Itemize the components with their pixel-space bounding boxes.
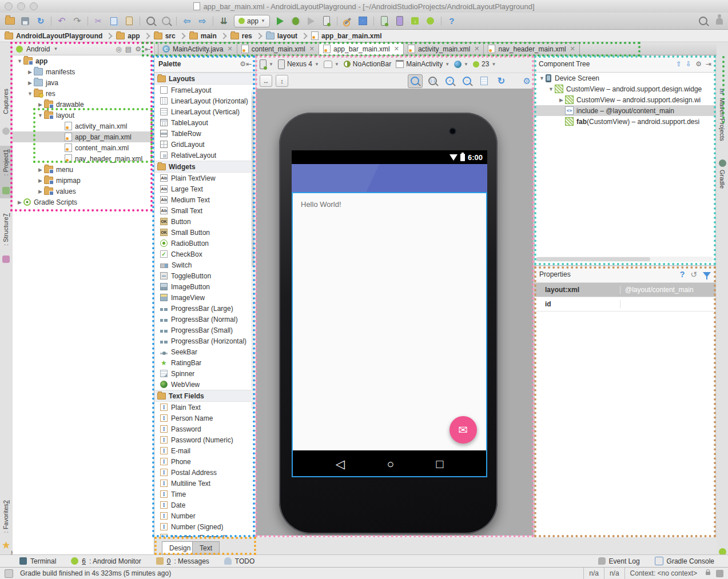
collapse-arrow-icon[interactable]: ▶ — [26, 69, 34, 75]
expand-arrow-icon[interactable]: ▼ — [37, 113, 44, 118]
avd-manager-button[interactable] — [379, 16, 389, 26]
zoom-in-button[interactable]: + — [443, 75, 457, 87]
tree-item-app-bar-main[interactable]: app_bar_main.xml — [13, 131, 154, 142]
run-button[interactable] — [275, 16, 285, 26]
collapse-arrow-icon[interactable]: ▶ — [558, 97, 565, 103]
tool-button-todo[interactable]: TODO — [224, 557, 254, 565]
device-select[interactable]: Nexus 4▼ — [278, 59, 319, 69]
locale-select[interactable]: ▼ — [454, 61, 468, 68]
tool-button-favorites[interactable]: : Favorites2 — [2, 500, 9, 533]
tab-mainactivity-java[interactable]: CMainActivity.java✕ — [158, 42, 237, 55]
theme-select[interactable]: NoActionBar — [344, 60, 391, 68]
tool-button-maven-projects[interactable]: Maven Projects — [719, 98, 726, 141]
sdk-manager-button[interactable]: ↓ — [410, 16, 420, 26]
palette-item-date[interactable]: Date — [154, 500, 256, 510]
hide-panel-icon[interactable]: ⇤ — [246, 60, 252, 68]
palette-item-progressbar-large[interactable]: ProgressBar (Large) — [154, 303, 256, 314]
palette-item-togglebutton[interactable]: ToggleButton — [154, 270, 256, 281]
tool-button-gradle-console[interactable]: Gradle Console — [655, 557, 714, 565]
tool-button-gradle[interactable]: Gradle — [719, 170, 726, 189]
tool-button-terminal[interactable]: Terminal — [19, 557, 56, 565]
palette-item-number[interactable]: Number — [154, 510, 256, 521]
tab-content-main-xml[interactable]: content_main.xml✕ — [237, 42, 319, 55]
palette-item-seekbar[interactable]: SeekBar — [154, 346, 256, 357]
run-configuration-select[interactable]: app ▼ — [234, 15, 270, 27]
preview-config-select[interactable]: ▼ — [260, 59, 273, 69]
back-nav-icon[interactable]: ◁ — [336, 457, 345, 471]
tree-item-layout[interactable]: ▼layout — [13, 110, 154, 121]
locate-icon[interactable]: ◎ — [116, 45, 121, 53]
gear-icon[interactable]: ⚙ — [240, 60, 246, 68]
help-icon[interactable]: ? — [680, 270, 685, 279]
toolwindow-toggle-icon[interactable] — [5, 569, 13, 578]
paste-button[interactable] — [124, 16, 134, 26]
zoom-to-fit-button[interactable] — [408, 74, 423, 88]
palette-item-small-button[interactable]: Small Button — [154, 227, 256, 238]
palette-section-text-fields[interactable]: Text Fields — [154, 390, 256, 402]
component-customview-inner[interactable]: ▶CustomView – android.support.design.wi — [535, 94, 715, 105]
palette-item-number-signed[interactable]: Number (Signed) — [154, 521, 256, 532]
user-button[interactable] — [714, 16, 725, 26]
collapse-all-icon[interactable]: ▤ — [125, 45, 132, 53]
home-nav-icon[interactable]: ○ — [387, 457, 394, 471]
component-device-screen[interactable]: ▼Device Screen — [535, 73, 715, 83]
palette-item-time[interactable]: Time — [154, 489, 256, 500]
activity-select[interactable]: MainActivity▼ — [396, 60, 449, 68]
collapse-arrow-icon[interactable]: ▶ — [37, 102, 44, 107]
palette-item-password-numeric[interactable]: Password (Numeric) — [154, 434, 256, 445]
palette-item-relativelayout[interactable]: RelativeLayout — [154, 150, 256, 161]
palette-item-webview[interactable]: WebView — [154, 379, 256, 390]
palette-item-linearlayout-horizontal[interactable]: LinearLayout (Horizontal) — [154, 95, 256, 106]
position-indicator[interactable]: n/a — [583, 568, 604, 579]
zoom-out-button[interactable]: − — [460, 75, 474, 87]
tree-item-app[interactable]: ▼app — [13, 55, 154, 66]
tree-item-values[interactable]: ▶values — [13, 186, 154, 197]
tree-item-activity-main[interactable]: activity_main.xml — [13, 121, 154, 131]
redo-button[interactable]: ↷ — [72, 16, 82, 26]
coverage-button[interactable] — [306, 16, 316, 26]
preview-file-button[interactable] — [478, 75, 491, 87]
tool-button-captures[interactable]: Captures — [2, 89, 9, 114]
sync-gradle-button[interactable] — [343, 16, 353, 26]
component-fab[interactable]: fab (CustomView) – android.support.desi — [535, 116, 715, 127]
palette-item-progressbar-horizontal[interactable]: ProgressBar (Horizontal) — [154, 336, 256, 346]
palette-item-postal-address[interactable]: Postal Address — [154, 467, 256, 478]
close-icon[interactable]: ✕ — [394, 45, 399, 53]
breadcrumb-item[interactable]: src — [154, 32, 176, 40]
breadcrumb-item[interactable]: AndroidLayoutPlayground — [5, 32, 102, 40]
tree-item-drawable[interactable]: ▶drawable — [13, 99, 154, 110]
help-button[interactable]: ? — [447, 16, 457, 26]
replace-button[interactable] — [161, 16, 171, 26]
tree-item-java[interactable]: ▶java — [13, 77, 154, 88]
close-icon[interactable]: ✕ — [227, 45, 232, 53]
collapse-arrow-icon[interactable]: ▶ — [37, 178, 44, 183]
tab-activity-main-xml[interactable]: activity_main.xml✕ — [403, 42, 484, 55]
tree-item-res[interactable]: ▼res — [13, 88, 154, 99]
find-button[interactable] — [145, 16, 156, 26]
tool-button-messages[interactable]: 0: Messages — [156, 557, 209, 565]
palette-item-radiobutton[interactable]: RadioButton — [154, 238, 256, 249]
component-customview-outer[interactable]: ▼CustomView – android.support.design.wid… — [535, 83, 715, 94]
collapse-arrow-icon[interactable]: ▶ — [37, 189, 44, 194]
palette-item-switch[interactable]: Switch — [154, 259, 256, 270]
make-project-button[interactable]: ⇊ — [218, 16, 229, 26]
palette-item-progressbar-normal[interactable]: ProgressBar (Normal) — [154, 314, 256, 325]
palette-item-plain-text[interactable]: Plain Text — [154, 402, 256, 413]
gear-icon[interactable]: ⚙ — [695, 60, 702, 68]
tree-item-content-main[interactable]: content_main.xml — [13, 142, 154, 153]
match-height-button[interactable]: ↕ — [276, 75, 288, 87]
palette-item-checkbox[interactable]: CheckBox — [154, 249, 256, 259]
tree-item-menu[interactable]: ▶menu — [13, 164, 154, 175]
tool-button-android-monitor[interactable]: 6: Android Monitor — [71, 557, 141, 565]
back-button[interactable]: ⇦ — [182, 16, 192, 26]
hide-panel-icon[interactable]: ⇥ — [706, 60, 711, 68]
palette-item-spinner[interactable]: Spinner — [154, 368, 256, 379]
search-everywhere-button[interactable] — [698, 16, 708, 26]
app-bar-preview[interactable] — [292, 164, 487, 192]
content-main-preview[interactable]: Hello World! ✉ — [292, 192, 487, 450]
device-monitor-button[interactable] — [395, 16, 405, 26]
collapse-arrow-icon[interactable]: ▶ — [26, 80, 34, 86]
palette-item-ratingbar[interactable]: RatingBar — [154, 357, 256, 368]
forward-button[interactable]: ⇨ — [197, 16, 208, 26]
collapse-arrow-icon[interactable]: ▶ — [37, 167, 44, 173]
